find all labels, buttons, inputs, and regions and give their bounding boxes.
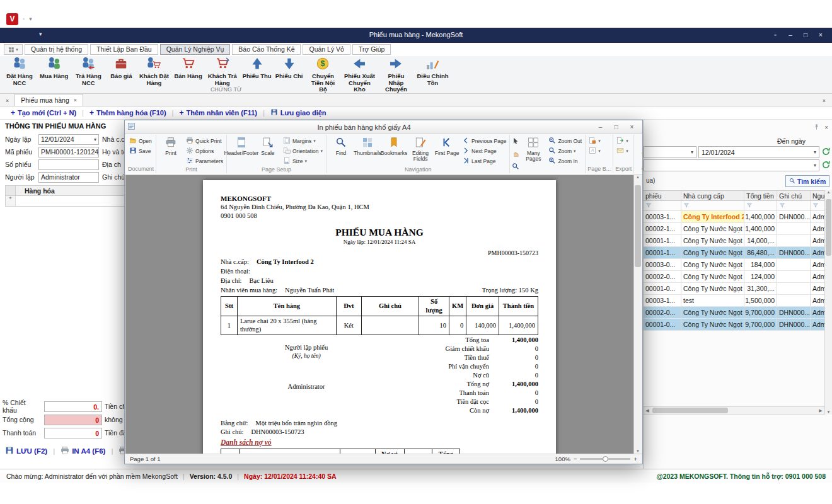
zoom-slider-thumb[interactable] <box>603 456 608 462</box>
toolbar-button[interactable]: First Page <box>434 135 459 156</box>
toolbar-button[interactable]: Header/Footer <box>229 135 254 156</box>
action-bar-item[interactable]: +Thêm hàng hóa (F10) <box>84 108 172 117</box>
action-bar-item[interactable]: Lưu giao diện <box>265 108 332 117</box>
grid-filter-cell[interactable] <box>644 201 681 210</box>
grid-row[interactable]: 00003-1...Công Ty Interfood 21,400,000DH… <box>644 211 832 223</box>
grid-row[interactable]: 00002-0...Công Ty Nước Ngọt ...9,700,000… <box>644 307 832 319</box>
ribbon-menu-button[interactable]: ▾ <box>4 44 23 55</box>
action-bar-item[interactable]: +Thêm nhân viên (F11) <box>173 108 262 117</box>
toolbar-button[interactable]: Many Pages <box>521 135 546 162</box>
ribbon-button[interactable]: Phiếu Thu <box>241 56 274 80</box>
field-input[interactable]: PMH00001-120124 <box>38 147 99 158</box>
field-input[interactable]: Administrator <box>38 172 99 183</box>
ribbon-button[interactable]: Phiếu Chi <box>274 56 305 80</box>
toolbar-button[interactable]: Save <box>128 146 153 156</box>
toolbar-button[interactable]: Close <box>636 135 642 156</box>
ribbon-tab[interactable]: Báo Cáo Thống Kê <box>232 44 301 55</box>
toolbar-button[interactable]: Find <box>328 135 354 156</box>
magnifier-icon[interactable] <box>512 161 519 173</box>
toolbar-button[interactable]: Next Page <box>461 146 507 156</box>
toolbar-button[interactable]: Options <box>185 146 224 156</box>
filter-dropdown[interactable]: ▾ <box>644 159 819 171</box>
action-bar-item[interactable]: +Tạo mới (Ctrl + N) <box>5 108 82 117</box>
ribbon-tab[interactable]: Thiết Lập Ban Đầu <box>90 44 158 55</box>
grid-row[interactable]: 00001-1...Công Ty Nước Ngọt ...86,480,..… <box>644 247 832 259</box>
pointer-icon[interactable] <box>512 136 519 147</box>
grid-filter-cell[interactable] <box>681 201 744 210</box>
toolbar-button[interactable]: Zoom▾ <box>547 146 583 156</box>
field-input[interactable] <box>38 159 99 170</box>
quick-access-caret-icon[interactable]: ▾ <box>29 16 32 22</box>
dialog-close-button[interactable]: × <box>624 123 640 130</box>
ribbon-button[interactable]: Phiếu Nhập Chuyển Kho <box>378 56 414 100</box>
grid-row[interactable]: 00001-0...Công Ty Nước Ngọt ...9,700,000… <box>644 319 832 331</box>
ribbon-button[interactable]: Mua Hàng <box>38 56 70 80</box>
zoom-slider[interactable] <box>580 458 630 460</box>
field-input[interactable]: 12/01/2024▾ <box>38 134 99 145</box>
toolbar-button[interactable]: Open <box>128 136 153 146</box>
window-maximize-button[interactable]: □ <box>798 28 813 43</box>
ribbon-button[interactable]: Đặt Hàng NCC <box>1 56 38 86</box>
total-value[interactable]: 0. <box>44 401 102 412</box>
ribbon-tab[interactable]: Trợ Giúp <box>352 44 391 55</box>
form-button[interactable]: IN A4 (F6) <box>61 446 105 456</box>
quick-access-button[interactable]: ◦ <box>23 16 25 22</box>
form-button[interactable]: LƯU (F2) <box>5 446 47 456</box>
grid-column-header[interactable]: Nhà cung cấp <box>681 191 744 200</box>
grid-row[interactable]: 00002-1...Công Ty Nước Ngọt ...1,400,000… <box>644 223 832 235</box>
grid-column-header[interactable]: phiếu <box>644 191 681 200</box>
tab-phieu-mua-hang[interactable]: Phiếu mua hàng × <box>14 94 83 106</box>
grid-row[interactable]: 00001-0...Công Ty Nước Ngọt ...31,300,..… <box>644 283 832 295</box>
window-minimize-button[interactable]: – <box>783 28 798 43</box>
toolbar-button[interactable]: Zoom Out <box>547 136 583 146</box>
zoom-out-button[interactable]: − <box>574 455 577 462</box>
ribbon-button[interactable]: Điều Chỉnh Tồn <box>414 56 451 86</box>
scrollbar-thumb[interactable] <box>826 199 831 256</box>
ribbon-button[interactable]: Khách Đặt Hàng <box>136 56 172 86</box>
toolbar-button[interactable]: Bookmarks <box>381 135 407 156</box>
window-close-button[interactable]: × <box>813 28 828 43</box>
toolbar-button[interactable]: ▾ <box>615 146 630 156</box>
toolbar-button[interactable]: Print <box>158 135 183 156</box>
dialog-minimize-button[interactable]: – <box>592 123 608 130</box>
scrollbar-thumb[interactable] <box>652 408 728 413</box>
horizontal-scrollbar[interactable]: ◀▶ <box>644 406 824 415</box>
search-button[interactable]: Tìm kiếm <box>785 175 829 187</box>
toolbar-button[interactable]: A▾ <box>587 146 602 156</box>
tab-close-icon[interactable]: × <box>74 97 77 103</box>
ribbon-button[interactable]: Khách Trả Hàng <box>204 56 241 86</box>
grid-filter-cell[interactable] <box>777 201 811 210</box>
total-value[interactable]: 0 <box>44 428 102 438</box>
to-date-dropdown[interactable]: 12/01/2024 ▾ <box>698 146 819 158</box>
ribbon-tab[interactable]: Quản Lý Vỏ <box>303 44 350 55</box>
toolbar-button[interactable]: Size▾ <box>282 156 324 166</box>
refresh-icon[interactable] <box>821 160 831 170</box>
toolbar-button[interactable]: Scale <box>255 135 280 156</box>
toolbar-button[interactable]: Margins▾ <box>282 136 324 146</box>
panel-close-icon[interactable]: × <box>824 124 828 131</box>
toolbar-button[interactable]: Previous Page <box>461 136 507 146</box>
panel-pin-icon[interactable] <box>813 122 820 133</box>
ribbon-button[interactable]: Trả Hàng NCC <box>70 56 107 86</box>
toolbar-button[interactable]: Quick Print <box>185 136 224 146</box>
dialog-maximize-button[interactable]: □ <box>608 123 624 130</box>
preview-vertical-scrollbar[interactable]: ▲▼ <box>633 175 642 454</box>
ribbon-tab[interactable]: Quản trị hệ thống <box>25 44 88 55</box>
zoom-in-button[interactable]: + <box>633 455 637 462</box>
toolbar-button[interactable]: Thumbnails <box>355 135 380 156</box>
toolbar-button[interactable]: Zoom In <box>547 156 583 166</box>
refresh-icon[interactable] <box>821 147 831 157</box>
hand-icon[interactable] <box>512 149 519 160</box>
toolbar-button[interactable]: Parameters <box>185 156 224 166</box>
close-all-tabs-icon[interactable]: × <box>0 98 14 106</box>
vertical-scrollbar[interactable]: ▲▼ <box>824 190 832 415</box>
scrollbar-thumb[interactable] <box>635 185 641 267</box>
toolbar-button[interactable]: ▾ <box>587 136 602 146</box>
toolbar-button[interactable]: ▾ <box>615 136 630 146</box>
toolbar-button[interactable]: Orientation▾ <box>282 146 324 156</box>
tabstrip-close-icon[interactable]: × <box>816 98 832 106</box>
ribbon-button[interactable]: Bán Hàng <box>172 56 204 80</box>
grid-row[interactable]: 00003-1...test1,500,000Admin <box>644 295 832 307</box>
ribbon-tab[interactable]: Quản Lý Nghiệp Vụ <box>160 44 231 55</box>
grid-row[interactable]: 00001-1...Công Ty Nước Ngọt ...14,000,..… <box>644 235 832 247</box>
